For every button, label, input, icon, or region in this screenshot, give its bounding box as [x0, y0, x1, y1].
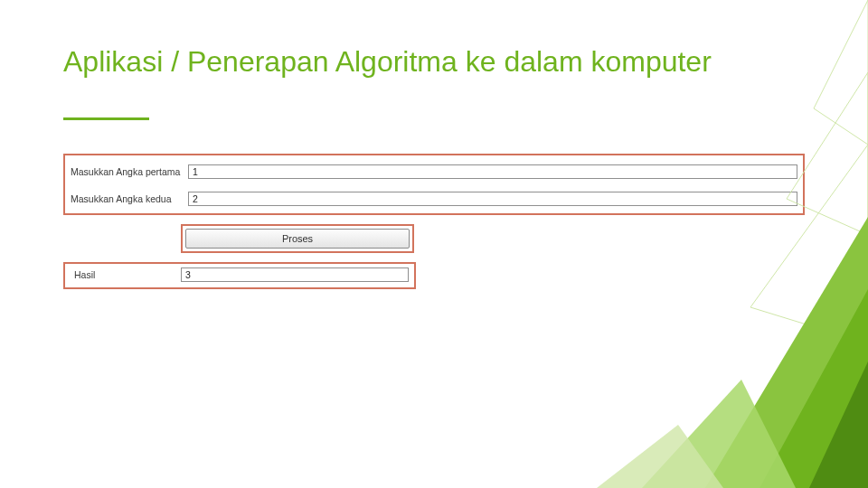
- label-first-number: Masukkan Angka pertama: [71, 166, 188, 177]
- label-result: Hasil: [74, 269, 181, 280]
- process-button[interactable]: Proses: [185, 229, 410, 249]
- label-second-number: Masukkan Angka kedua: [71, 193, 188, 204]
- process-highlight-box: Proses: [181, 224, 414, 253]
- result-highlight-box: Hasil: [63, 262, 416, 289]
- input-first-number[interactable]: [188, 164, 797, 179]
- input-row-first-number: Masukkan Angka pertama: [71, 161, 797, 183]
- output-result: [181, 267, 409, 282]
- title-underline: [63, 117, 149, 120]
- slide: Aplikasi / Penerapan Algoritma ke dalam …: [0, 0, 868, 488]
- svg-marker-0: [814, 0, 868, 145]
- inputs-highlight-box: Masukkan Angka pertama Masukkan Angka ke…: [63, 154, 805, 215]
- svg-marker-6: [642, 380, 796, 488]
- slide-title: Aplikasi / Penerapan Algoritma ke dalam …: [63, 45, 778, 79]
- input-second-number[interactable]: [188, 192, 797, 206]
- form-screenshot: Masukkan Angka pertama Masukkan Angka ke…: [63, 154, 805, 289]
- input-row-second-number: Masukkan Angka kedua: [71, 188, 797, 210]
- svg-marker-5: [809, 361, 868, 488]
- svg-marker-7: [597, 425, 723, 488]
- svg-marker-4: [760, 289, 868, 488]
